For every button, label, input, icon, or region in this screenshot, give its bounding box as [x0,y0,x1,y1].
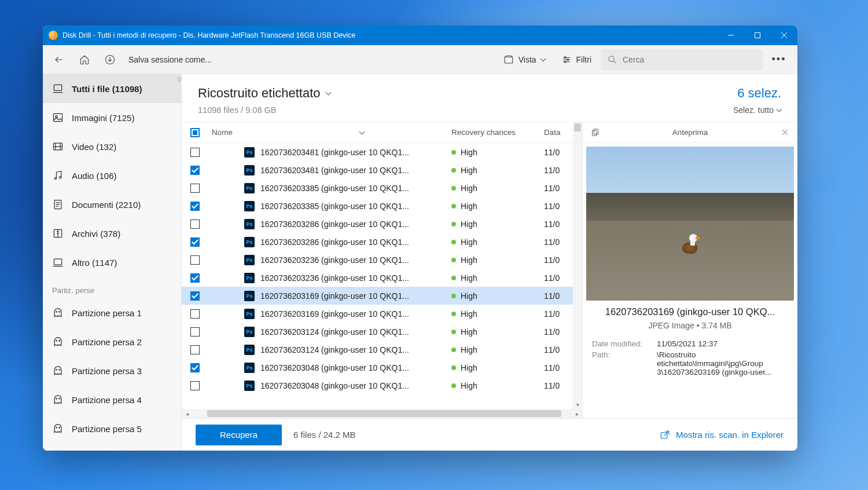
table-row[interactable]: Ps1620736203048 (ginkgo-user 10 QKQ1...H… [182,359,582,376]
table-row[interactable]: Ps1620736203124 (ginkgo-user 10 QKQ1...H… [182,323,582,341]
row-checkbox[interactable] [190,363,200,372]
sidebar-item-archives[interactable]: Archivi (378) [43,219,181,248]
table-row[interactable]: Ps1620736203124 (ginkgo-user 10 QKQ1...H… [182,341,582,359]
file-table: Nome Recovery chances Data Ps16207362034… [182,122,582,418]
more-button[interactable]: ••• [765,48,793,71]
table-row[interactable]: Ps1620736203169 (ginkgo-user 10 QKQ1...H… [182,287,582,305]
search-icon [608,55,617,64]
date-cell: 11/0 [544,363,573,372]
row-checkbox[interactable] [190,381,200,390]
explorer-link-label: Mostra ris. scan. in Explorer [676,430,784,440]
svg-point-37 [59,312,60,313]
row-checkbox[interactable] [190,148,200,157]
save-session-button[interactable]: Salva sessione come... [124,55,216,64]
download-button[interactable] [98,48,122,71]
sidebar-item-lost-partition-1[interactable]: Partizione persa 1 [43,298,181,327]
table-row[interactable]: Ps1620736203481 (ginkgo-user 10 QKQ1...H… [182,143,582,161]
date-cell: 11/0 [544,220,573,229]
table-row[interactable]: Ps1620736203385 (ginkgo-user 10 QKQ1...H… [182,197,582,215]
table-row[interactable]: Ps1620736203236 (ginkgo-user 10 QKQ1...H… [182,251,582,269]
sidebar-item-audio[interactable]: Audio (106) [43,161,181,190]
footer: Recupera 6 files / 24.2 MB Mostra ris. s… [182,418,797,451]
row-checkbox[interactable] [190,309,200,319]
sidebar-item-lost-partition-5[interactable]: Partizione persa 5 [43,414,181,443]
titlebar: Disk Drill - Tutti i metodi di recupero … [43,25,797,45]
file-name: 1620736203481 (ginkgo-user 10 QKQ1... [260,166,451,175]
sidebar-item-images[interactable]: Immagini (7125) [43,103,181,132]
table-row[interactable]: Ps1620736203169 (ginkgo-user 10 QKQ1...H… [182,305,582,323]
horizontal-scrollbar[interactable]: ◂ ▸ [182,409,582,418]
copy-icon[interactable] [591,128,599,137]
row-checkbox[interactable] [190,327,200,337]
header-checkbox[interactable] [190,128,200,137]
sidebar-item-lost-partition-3[interactable]: Partizione persa 3 [43,356,181,385]
vista-dropdown[interactable]: Vista [496,48,552,71]
photoshop-file-icon: Ps [244,237,255,247]
svg-rect-1 [755,33,760,38]
photoshop-file-icon: Ps [244,201,255,211]
recovery-chance: High [451,202,544,211]
table-row[interactable]: Ps1620736203286 (ginkgo-user 10 QKQ1...H… [182,233,582,251]
show-in-explorer-link[interactable]: Mostra ris. scan. in Explorer [660,430,784,440]
photoshop-file-icon: Ps [244,219,255,229]
file-name: 1620736203048 (ginkgo-user 10 QKQ1... [260,363,451,372]
file-name: 1620736203236 (ginkgo-user 10 QKQ1... [260,273,451,283]
file-name: 1620736203124 (ginkgo-user 10 QKQ1... [260,327,451,337]
table-row[interactable]: Ps1620736203236 (ginkgo-user 10 QKQ1...H… [182,269,582,287]
sidebar-item-all-files[interactable]: Tutti i file (11098) [43,74,181,103]
row-checkbox[interactable] [190,291,200,301]
filtri-button[interactable]: Filtri [554,48,598,71]
column-date[interactable]: Data [544,128,573,137]
table-row[interactable]: Ps1620736203481 (ginkgo-user 10 QKQ1...H… [182,161,582,179]
photoshop-file-icon: Ps [244,165,255,175]
date-cell: 11/0 [544,273,573,283]
ghost-icon [52,423,64,434]
recover-button[interactable]: Recupera [196,425,282,445]
table-row[interactable]: Ps1620736203048 (ginkgo-user 10 QKQ1...H… [182,376,582,394]
file-name: 1620736203124 (ginkgo-user 10 QKQ1... [260,345,451,354]
footer-stats: 6 files / 24.2 MB [293,430,356,440]
stack-icon [52,83,64,94]
sidebar-item-label: Partizione persa 3 [72,366,142,376]
svg-point-14 [609,56,614,61]
back-button[interactable] [47,48,71,71]
close-icon[interactable] [781,128,789,137]
window-controls [718,25,797,45]
select-all-dropdown[interactable]: Selez. tutto [733,105,781,115]
svg-rect-46 [594,129,598,134]
search-box[interactable] [601,49,763,70]
recovery-chance: High [451,309,544,319]
home-button[interactable] [73,48,96,71]
column-name[interactable]: Nome [212,128,233,137]
main-title-dropdown[interactable]: Ricostruito etichettato [198,86,733,101]
row-checkbox[interactable] [190,345,200,354]
svg-line-15 [613,61,616,63]
sidebar-section-header: Partiz. perse [43,277,181,298]
sidebar-item-lost-partition-2[interactable]: Partizione persa 2 [43,327,181,356]
row-checkbox[interactable] [190,237,200,247]
sidebar-item-other[interactable]: Altro (1147) [43,248,181,277]
svg-point-42 [56,398,57,400]
ghost-icon [52,336,64,348]
svg-point-41 [59,370,60,371]
file-name: 1620736203286 (ginkgo-user 10 QKQ1... [260,237,451,247]
row-checkbox[interactable] [190,255,200,265]
preview-filename: 1620736203169 (ginkgo-user 10 QKQ... [583,306,797,317]
table-row[interactable]: Ps1620736203385 (ginkgo-user 10 QKQ1...H… [182,179,582,197]
table-row[interactable]: Ps1620736203286 (ginkgo-user 10 QKQ1...H… [182,215,582,233]
row-checkbox[interactable] [190,184,200,193]
sidebar-item-lost-partition-4[interactable]: Partizione persa 4 [43,385,181,414]
search-input[interactable] [623,55,756,64]
sidebar-item-video[interactable]: Video (132) [43,132,181,161]
row-checkbox[interactable] [190,166,200,175]
row-checkbox[interactable] [190,202,200,211]
vertical-scrollbar[interactable]: ▾ [573,122,582,409]
row-checkbox[interactable] [190,220,200,229]
recovery-chance: High [451,220,544,229]
sidebar-item-documents[interactable]: Documenti (2210) [43,190,181,219]
close-button[interactable] [771,25,797,45]
minimize-button[interactable] [718,25,744,45]
column-recovery[interactable]: Recovery chances [451,128,544,137]
row-checkbox[interactable] [190,273,200,283]
maximize-button[interactable] [744,25,771,45]
